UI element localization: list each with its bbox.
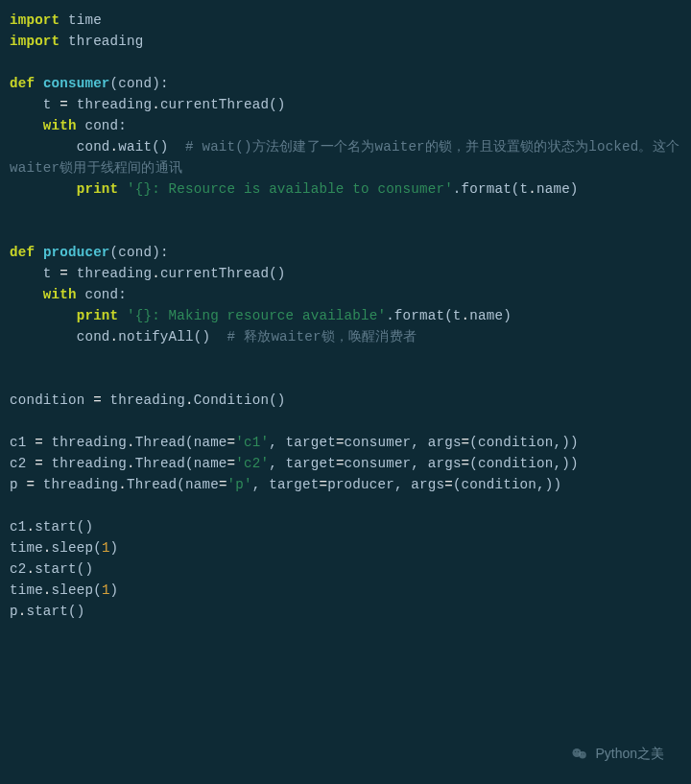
code-text: sleep( bbox=[52, 540, 102, 556]
code-text: Thread(name bbox=[135, 435, 227, 450]
string-literal: '{}: Resource is available to consumer' bbox=[127, 181, 453, 197]
wechat-icon bbox=[570, 746, 589, 763]
keyword-import: import bbox=[10, 34, 60, 49]
func-producer: producer bbox=[43, 245, 110, 260]
keyword-import: import bbox=[10, 12, 60, 28]
code-text: . bbox=[110, 139, 119, 154]
code-text bbox=[118, 308, 127, 323]
keyword-def: def bbox=[10, 76, 35, 91]
code-text: . bbox=[127, 456, 135, 471]
code-text: = bbox=[219, 477, 227, 492]
code-text: (condition,)) bbox=[469, 435, 578, 450]
number-literal: 1 bbox=[102, 540, 110, 556]
code-text: . bbox=[152, 97, 160, 112]
code-text: = bbox=[336, 456, 345, 471]
code-text: , target bbox=[269, 435, 336, 450]
func-consumer: consumer bbox=[43, 76, 110, 91]
code-text: , target bbox=[269, 456, 336, 471]
code-text: , target bbox=[252, 477, 320, 492]
code-text: .format(t bbox=[453, 181, 528, 197]
code-text: Thread(name bbox=[127, 477, 219, 492]
code-text: Condition() bbox=[194, 392, 286, 408]
code-text: start() bbox=[35, 519, 93, 535]
code-text: = bbox=[227, 456, 236, 471]
svg-point-3 bbox=[578, 751, 579, 752]
code-text: time bbox=[10, 582, 43, 598]
code-text: currentThread() bbox=[160, 266, 286, 281]
code-text: (cond): bbox=[110, 76, 169, 91]
svg-point-2 bbox=[575, 751, 576, 752]
code-text bbox=[10, 181, 77, 197]
code-text: threading bbox=[43, 456, 127, 471]
code-text: = bbox=[336, 435, 345, 450]
code-text: . bbox=[118, 477, 127, 492]
code-text: currentThread() bbox=[160, 97, 286, 112]
code-text: condition bbox=[10, 392, 93, 408]
code-text: ) bbox=[110, 582, 119, 598]
comment: # 释放waiter锁，唤醒消费者 bbox=[227, 329, 417, 344]
svg-point-1 bbox=[580, 751, 587, 759]
code-text: (cond): bbox=[110, 245, 169, 260]
code-text: . bbox=[528, 181, 536, 197]
svg-point-4 bbox=[582, 753, 583, 754]
number-literal: 1 bbox=[102, 582, 110, 598]
code-text: . bbox=[110, 329, 119, 344]
code-text: consumer, args bbox=[345, 456, 462, 471]
code-text: producer, args bbox=[327, 477, 444, 492]
code-text: threading bbox=[102, 392, 185, 408]
code-text: threading bbox=[68, 97, 152, 112]
keyword-print: print bbox=[77, 308, 119, 323]
code-block: import time import threading def consume… bbox=[0, 0, 691, 631]
code-text: . bbox=[127, 435, 135, 450]
code-text: = bbox=[35, 435, 43, 450]
code-text: sleep( bbox=[52, 582, 102, 598]
string-literal: 'p' bbox=[227, 477, 252, 492]
module-name: threading bbox=[68, 34, 143, 49]
code-text: name) bbox=[469, 308, 512, 323]
code-text: = bbox=[35, 456, 43, 471]
code-text: . bbox=[26, 519, 35, 535]
string-literal: 'c2' bbox=[235, 456, 269, 471]
code-text: c1 bbox=[10, 519, 26, 535]
code-text bbox=[10, 287, 43, 302]
code-text: = bbox=[227, 435, 236, 450]
code-text: . bbox=[26, 561, 35, 577]
code-text: threading bbox=[68, 266, 152, 281]
code-text: . bbox=[185, 392, 194, 408]
string-literal: '{}: Making resource available' bbox=[127, 308, 386, 323]
code-text: t bbox=[10, 97, 60, 112]
code-text: . bbox=[152, 266, 160, 281]
code-text: (condition,)) bbox=[469, 456, 578, 471]
keyword-def: def bbox=[10, 245, 35, 260]
code-text: consumer, args bbox=[345, 435, 462, 450]
code-text: = bbox=[26, 477, 35, 492]
code-text: threading bbox=[43, 435, 127, 450]
code-text: = bbox=[60, 266, 68, 281]
code-text: wait() bbox=[118, 139, 185, 154]
code-text: notifyAll() bbox=[118, 329, 226, 344]
string-literal: 'c1' bbox=[235, 435, 269, 450]
code-text: cond bbox=[10, 329, 110, 344]
code-text: time bbox=[10, 540, 43, 556]
keyword-print: print bbox=[77, 181, 119, 197]
code-text: p bbox=[10, 477, 26, 492]
code-text: c2 bbox=[10, 561, 26, 577]
code-text: name) bbox=[536, 181, 579, 197]
code-text: . bbox=[462, 308, 470, 323]
watermark: Python之美 bbox=[570, 746, 664, 763]
module-name: time bbox=[68, 12, 102, 28]
code-text: . bbox=[43, 540, 52, 556]
code-text: = bbox=[60, 97, 68, 112]
code-text: = bbox=[319, 477, 327, 492]
code-text bbox=[10, 118, 43, 133]
code-text: Thread(name bbox=[135, 456, 227, 471]
watermark-text: Python之美 bbox=[595, 746, 664, 763]
code-text: (condition,)) bbox=[453, 477, 561, 492]
code-text: t bbox=[10, 266, 60, 281]
code-text: start() bbox=[35, 561, 93, 577]
code-text: = bbox=[444, 477, 453, 492]
code-text bbox=[10, 308, 77, 323]
code-text: p bbox=[10, 604, 18, 619]
code-text bbox=[118, 181, 127, 197]
code-text: cond bbox=[10, 139, 110, 154]
